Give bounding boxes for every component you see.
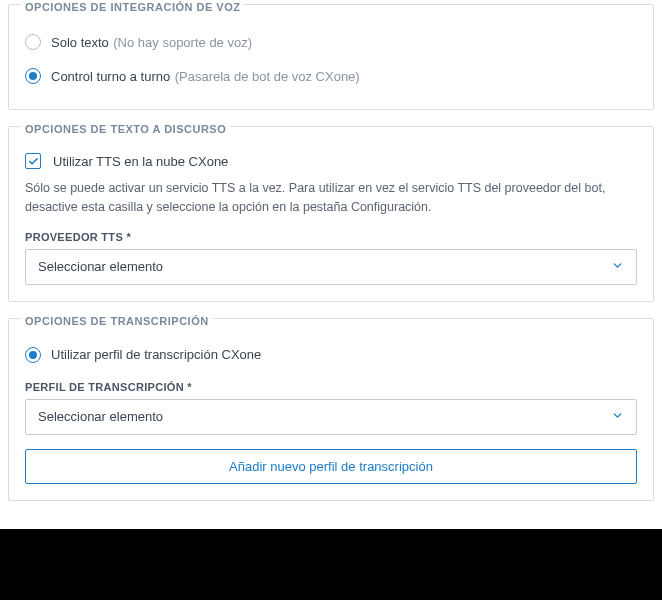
radio-icon <box>25 347 41 363</box>
check-icon <box>28 156 39 167</box>
radio-label: Solo texto <box>51 35 109 50</box>
chevron-down-icon <box>611 408 624 426</box>
tts-provider-value: Seleccionar elemento <box>38 259 163 274</box>
radio-label-wrap: Control turno a turno (Pasarela de bot d… <box>51 67 360 85</box>
radio-label-wrap: Solo texto (No hay soporte de voz) <box>51 33 252 51</box>
radio-turn-by-turn[interactable]: Control turno a turno (Pasarela de bot d… <box>25 59 637 93</box>
transcription-profile-label: PERFIL DE TRANSCRIPCIÓN * <box>25 381 637 393</box>
voice-integration-title: OPCIONES DE INTEGRACIÓN DE VOZ <box>21 1 244 13</box>
radio-icon <box>25 68 41 84</box>
transcription-radio-label: Utilizar perfil de transcripción CXone <box>51 347 261 362</box>
add-transcription-profile-button[interactable]: Añadir nuevo perfil de transcripción <box>25 449 637 484</box>
radio-icon <box>25 34 41 50</box>
tts-provider-label: PROVEEDOR TTS * <box>25 231 637 243</box>
voice-integration-section: OPCIONES DE INTEGRACIÓN DE VOZ Solo text… <box>8 4 654 110</box>
transcription-profile-select[interactable]: Seleccionar elemento <box>25 399 637 435</box>
tts-section: OPCIONES DE TEXTO A DISCURSO Utilizar TT… <box>8 126 654 302</box>
voice-integration-body: Solo texto (No hay soporte de voz) Contr… <box>25 25 637 93</box>
tts-cloud-label: Utilizar TTS en la nube CXone <box>53 154 228 169</box>
transcription-body: Utilizar perfil de transcripción CXone P… <box>25 339 637 484</box>
transcription-profile-radio[interactable]: Utilizar perfil de transcripción CXone <box>25 339 637 371</box>
tts-title: OPCIONES DE TEXTO A DISCURSO <box>21 123 230 135</box>
radio-hint: (Pasarela de bot de voz CXone) <box>175 69 360 84</box>
checkbox-icon <box>25 153 41 169</box>
transcription-profile-value: Seleccionar elemento <box>38 409 163 424</box>
tts-provider-select[interactable]: Seleccionar elemento <box>25 249 637 285</box>
radio-text-only[interactable]: Solo texto (No hay soporte de voz) <box>25 25 637 59</box>
tts-body: Utilizar TTS en la nube CXone Sólo se pu… <box>25 147 637 285</box>
tts-cloud-checkbox-row[interactable]: Utilizar TTS en la nube CXone <box>25 147 637 179</box>
transcription-title: OPCIONES DE TRANSCRIPCIÓN <box>21 315 213 327</box>
spacer <box>25 371 637 381</box>
tts-help-text: Sólo se puede activar un servicio TTS a … <box>25 179 637 217</box>
radio-hint: (No hay soporte de voz) <box>113 35 252 50</box>
chevron-down-icon <box>611 258 624 276</box>
transcription-section: OPCIONES DE TRANSCRIPCIÓN Utilizar perfi… <box>8 318 654 501</box>
settings-page: OPCIONES DE INTEGRACIÓN DE VOZ Solo text… <box>0 0 662 529</box>
radio-label: Control turno a turno <box>51 69 170 84</box>
